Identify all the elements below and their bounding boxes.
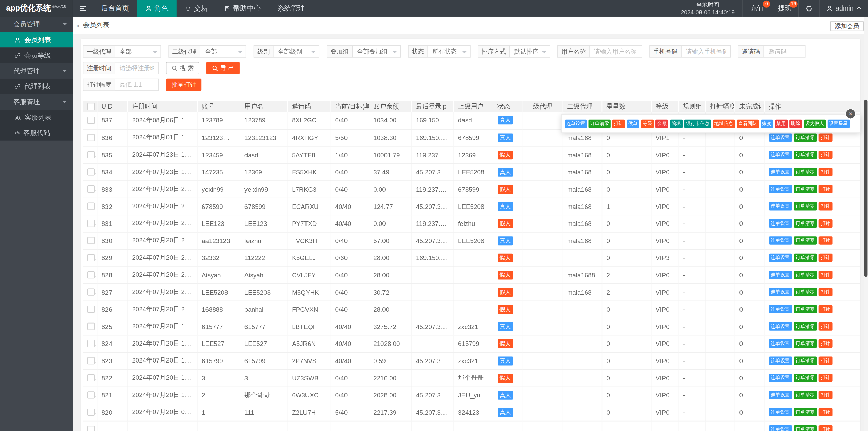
row-action-打针[interactable]: 打针 xyxy=(818,271,832,279)
row-action-打针[interactable]: 打针 xyxy=(818,219,832,228)
row-action-打针[interactable]: 打针 xyxy=(818,339,832,348)
row-action-订单清零[interactable]: 订单清零 xyxy=(793,391,817,399)
inject-range-input[interactable] xyxy=(115,79,158,90)
row-action-打针[interactable]: 打针 xyxy=(818,185,832,193)
vertical-scrollbar[interactable] xyxy=(864,17,868,431)
popup-action-编辑[interactable]: 编辑 xyxy=(670,119,683,128)
row-checkbox[interactable] xyxy=(87,409,95,416)
more-actions[interactable]: ... xyxy=(849,255,856,261)
popup-action-打针[interactable]: 打针 xyxy=(612,119,625,128)
row-action-打针[interactable]: 打针 xyxy=(818,425,832,431)
row-action-连单设置[interactable]: 连单设置 xyxy=(769,408,792,416)
row-action-连单设置[interactable]: 连单设置 xyxy=(769,254,792,262)
filter-select-value[interactable]: 全部叠加组 xyxy=(353,46,400,57)
row-action-订单清零[interactable]: 订单清零 xyxy=(793,288,817,296)
row-checkbox[interactable] xyxy=(87,374,95,381)
row-action-订单清零[interactable]: 订单清零 xyxy=(793,356,817,365)
more-actions[interactable]: ... xyxy=(849,289,856,295)
row-checkbox[interactable] xyxy=(87,426,95,431)
row-checkbox[interactable] xyxy=(87,203,95,210)
popup-action-等级[interactable]: 等级 xyxy=(641,119,654,128)
user-menu[interactable]: admin xyxy=(820,0,868,17)
popup-action-订单清零[interactable]: 订单清零 xyxy=(589,119,611,128)
row-action-连单设置[interactable]: 连单设置 xyxy=(769,425,792,431)
row-action-打针[interactable]: 打针 xyxy=(818,391,832,399)
refresh-icon[interactable] xyxy=(798,0,820,17)
row-action-订单清零[interactable]: 订单清零 xyxy=(793,322,817,330)
row-action-连单设置[interactable]: 连单设置 xyxy=(769,151,792,159)
sidebar-item-会员等级[interactable]: 会员等级 xyxy=(0,47,73,63)
row-action-打针[interactable]: 打针 xyxy=(818,305,832,313)
more-actions[interactable]: ... xyxy=(849,358,856,364)
row-action-订单清零[interactable]: 订单清零 xyxy=(793,185,817,193)
more-actions[interactable]: ... xyxy=(849,186,856,192)
batch-inject-button[interactable]: 批量打针 xyxy=(166,79,201,91)
popup-action-做单[interactable]: 做单 xyxy=(627,119,639,128)
sidebar-item-代理列表[interactable]: 代理列表 xyxy=(0,79,73,94)
row-action-订单清零[interactable]: 订单清零 xyxy=(793,236,817,244)
row-action-连单设置[interactable]: 连单设置 xyxy=(769,185,792,193)
row-action-连单设置[interactable]: 连单设置 xyxy=(769,236,792,244)
popup-action-账变[interactable]: 账变 xyxy=(760,119,773,128)
row-action-连单设置[interactable]: 连单设置 xyxy=(769,202,792,210)
popup-action-删除[interactable]: 删除 xyxy=(789,119,802,128)
row-action-连单设置[interactable]: 连单设置 xyxy=(769,271,792,279)
search-button[interactable]: 搜 索 xyxy=(166,62,199,74)
row-action-订单清零[interactable]: 订单清零 xyxy=(793,339,817,348)
sidebar-group-2[interactable]: 客服管理 xyxy=(0,94,73,110)
popup-action-设置星星[interactable]: 设置星星 xyxy=(827,119,849,128)
row-action-连单设置[interactable]: 连单设置 xyxy=(769,219,792,228)
recharge-link[interactable]: 充值 0 xyxy=(743,0,771,17)
popup-action-设为假人[interactable]: 设为假人 xyxy=(804,119,826,128)
more-actions[interactable]: ... xyxy=(849,323,856,329)
row-action-订单清零[interactable]: 订单清零 xyxy=(793,133,817,141)
filter-select-value[interactable]: 全部 xyxy=(200,46,246,57)
row-action-打针[interactable]: 打针 xyxy=(818,288,832,296)
filter-text-input[interactable] xyxy=(682,46,730,57)
row-action-连单设置[interactable]: 连单设置 xyxy=(769,339,792,348)
more-actions[interactable]: ... xyxy=(849,375,856,381)
row-action-订单清零[interactable]: 订单清零 xyxy=(793,202,817,210)
row-action-订单清零[interactable]: 订单清零 xyxy=(793,151,817,159)
more-actions[interactable]: ... xyxy=(849,203,856,209)
row-action-打针[interactable]: 打针 xyxy=(818,408,832,416)
filter-select-value[interactable]: 所有状态 xyxy=(428,46,470,57)
popup-close-icon[interactable]: ✕ xyxy=(845,109,856,119)
more-actions[interactable]: ... xyxy=(849,220,856,227)
filter-text-input[interactable] xyxy=(590,46,642,57)
popup-action-地址信息[interactable]: 地址信息 xyxy=(713,119,735,128)
sidebar-group-0[interactable]: 会员管理 xyxy=(0,17,73,32)
more-actions[interactable]: ... xyxy=(849,237,856,243)
row-action-连单设置[interactable]: 连单设置 xyxy=(769,374,792,382)
row-checkbox[interactable] xyxy=(87,271,95,278)
nav-item-help[interactable]: 帮助中心 xyxy=(216,0,269,17)
row-checkbox[interactable] xyxy=(87,220,95,227)
popup-action-禁用[interactable]: 禁用 xyxy=(775,119,788,128)
row-action-打针[interactable]: 打针 xyxy=(818,322,832,330)
row-action-打针[interactable]: 打针 xyxy=(818,374,832,382)
more-actions[interactable]: ... xyxy=(849,340,856,347)
row-action-订单清零[interactable]: 订单清零 xyxy=(793,254,817,262)
row-action-连单设置[interactable]: 连单设置 xyxy=(769,391,792,399)
row-checkbox[interactable] xyxy=(87,169,95,176)
popup-action-余额[interactable]: 余额 xyxy=(655,119,668,128)
row-action-订单清零[interactable]: 订单清零 xyxy=(793,271,817,279)
row-action-订单清零[interactable]: 订单清零 xyxy=(793,219,817,228)
row-action-打针[interactable]: 打针 xyxy=(818,254,832,262)
nav-item-trade[interactable]: 交易 xyxy=(177,0,216,17)
row-checkbox[interactable] xyxy=(87,340,95,347)
sidebar-group-1[interactable]: 代理管理 xyxy=(0,63,73,79)
more-actions[interactable]: ... xyxy=(849,426,856,431)
withdraw-link[interactable]: 提现 16 xyxy=(771,0,798,17)
sidebar-item-客服列表[interactable]: 客服列表 xyxy=(0,110,73,125)
more-actions[interactable]: ... xyxy=(849,306,856,312)
popup-action-查看团队[interactable]: 查看团队 xyxy=(736,119,758,128)
more-actions[interactable]: ... xyxy=(849,272,856,278)
row-checkbox[interactable] xyxy=(87,306,95,313)
row-checkbox[interactable] xyxy=(87,237,95,244)
nav-item-home[interactable]: 后台首页 xyxy=(93,0,137,17)
row-checkbox[interactable] xyxy=(87,289,95,296)
more-actions[interactable]: ... xyxy=(849,152,856,158)
filter-text-input[interactable] xyxy=(764,46,805,57)
row-action-打针[interactable]: 打针 xyxy=(818,356,832,365)
